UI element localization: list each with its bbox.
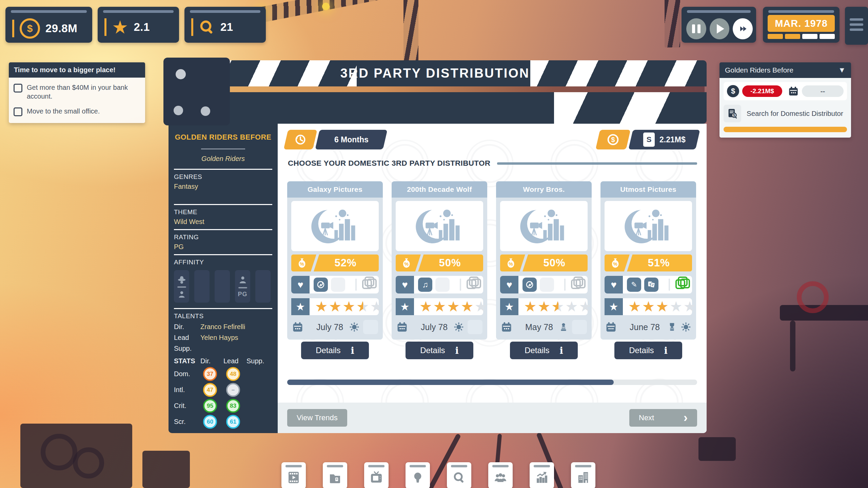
director-name[interactable]: Zranco Fefirelli <box>200 323 245 331</box>
task-checkbox[interactable] <box>14 107 22 116</box>
release-row: May 78 <box>500 319 588 335</box>
affinity-slot-empty[interactable] <box>194 270 210 303</box>
distributor-logo <box>500 201 588 251</box>
current-date[interactable]: MAR. 1978 <box>768 15 835 32</box>
globe-trait-icon <box>522 278 537 292</box>
affinity-slot-empty[interactable] <box>255 270 271 303</box>
affinity-slot-western[interactable] <box>174 270 189 303</box>
dollar-icon: $ <box>727 85 739 97</box>
release-row: July 78 <box>396 319 483 335</box>
person-icon <box>177 290 186 299</box>
menu-button[interactable] <box>845 7 868 45</box>
talents-button[interactable] <box>488 462 513 488</box>
choose-distributor-heading: CHOOSE YOUR DOMESTIC 3RD PARTY DISTRIBUT… <box>288 159 490 168</box>
info-icon: i <box>455 345 459 356</box>
info-icon: i <box>351 345 354 356</box>
details-button[interactable]: Detailsi <box>301 342 369 359</box>
distributor-name: Galaxy Pictures <box>287 181 383 198</box>
affinity-label: AFFINITY <box>174 259 272 266</box>
view-trends-button[interactable]: View Trends <box>287 409 347 427</box>
affinity-slot-empty[interactable] <box>215 270 230 303</box>
stat-value: 47 <box>203 383 217 397</box>
traits-row: ♥ ♫ <box>396 276 483 293</box>
tv-button[interactable] <box>364 462 389 488</box>
chevron-right-icon: › <box>684 414 688 421</box>
distributor-card[interactable]: 200th Decade Wolf 50% ♥ ♫ <box>392 181 487 359</box>
scrollbar-thumb[interactable] <box>287 380 614 385</box>
stats-col-supp: Supp. <box>246 357 268 365</box>
genres-value: Fantasy <box>174 183 272 190</box>
film-icon <box>287 471 300 484</box>
person-icon <box>238 275 248 285</box>
favorite-icon[interactable]: ♥ <box>396 276 414 293</box>
details-button[interactable]: Detailsi <box>406 342 473 359</box>
search-button[interactable] <box>447 462 471 488</box>
traits-row: ♥ ✎ <box>605 276 692 293</box>
movies-button[interactable] <box>281 462 306 488</box>
distributor-card[interactable]: Galaxy Pictures 52% ♥ <box>287 181 383 359</box>
calendar-icon <box>396 321 408 333</box>
release-row: July 78 <box>291 319 379 335</box>
quest-task: Get more than $40M in your bank account. <box>14 83 140 101</box>
pause-icon <box>692 24 701 33</box>
quest-title: Time to move to a bigger place! <box>9 62 145 78</box>
points-value: 21 <box>220 21 233 34</box>
empty-season-slot <box>363 320 378 334</box>
quill-trait-icon: ✎ <box>627 278 641 292</box>
duration-tag: 6 Months <box>286 130 385 149</box>
favorite-icon[interactable]: ♥ <box>500 276 518 293</box>
empty-season-slot <box>572 320 587 334</box>
trophy-icon <box>667 322 677 332</box>
supp-role-label: Supp. <box>174 345 200 352</box>
chevron-down-icon: ▼ <box>838 66 846 75</box>
fast-forward-icon <box>738 25 748 32</box>
distributor-card[interactable]: Worry Bros. 50% ♥ <box>496 181 592 359</box>
sun-icon <box>680 322 691 332</box>
pause-button[interactable] <box>686 18 706 39</box>
details-button[interactable]: Detailsi <box>614 342 682 359</box>
fast-forward-button[interactable] <box>733 18 753 39</box>
play-button[interactable] <box>710 18 730 39</box>
clapper-stripes <box>554 92 700 124</box>
stat-row-critics: Crit. 95 83 <box>174 399 272 413</box>
calendar-icon <box>605 321 617 333</box>
cards-scrollbar[interactable] <box>287 380 697 385</box>
studio-button[interactable] <box>571 462 595 488</box>
release-row: June 78 <box>605 319 692 335</box>
ideas-button[interactable] <box>406 462 430 488</box>
affinity-slot-rating[interactable]: PG <box>235 270 250 303</box>
stats-button[interactable] <box>530 462 554 488</box>
background-crates <box>142 451 190 488</box>
lead-name[interactable]: Yelen Hayps <box>200 334 238 342</box>
empty-trait-slot <box>540 278 554 292</box>
money-bag-icon <box>400 257 412 269</box>
quest-task: Move to the small office. <box>14 107 140 116</box>
details-button[interactable]: Detailsi <box>510 342 578 359</box>
favorite-icon[interactable]: ♥ <box>605 276 623 293</box>
projects-button[interactable] <box>323 462 347 488</box>
tracker-header[interactable]: Golden Riders Before ▼ <box>719 62 851 78</box>
info-icon: i <box>560 345 563 356</box>
duration-value: 6 Months <box>334 135 369 144</box>
people-icon <box>494 471 507 484</box>
distributor-logo <box>605 201 692 251</box>
favorite-icon[interactable]: ♥ <box>291 276 310 293</box>
lightbulb-icon <box>411 471 424 484</box>
heading-rule <box>497 162 697 165</box>
stats-col-dir: Dir. <box>200 357 223 365</box>
next-button[interactable]: Next› <box>629 409 697 427</box>
tv-icon <box>370 471 383 484</box>
distributor-name: Utmost Pictures <box>600 181 696 198</box>
clapper-bottom-board <box>163 92 707 124</box>
star-badge-icon: ★ <box>291 298 310 315</box>
calendar-icon <box>788 86 799 97</box>
stat-row-international: Intl. 47 – <box>174 383 272 397</box>
distributor-card[interactable]: Utmost Pictures 51% ♥ ✎ <box>600 181 696 359</box>
points-ticket: 21 <box>184 7 266 43</box>
distributor-logo <box>396 201 483 251</box>
task-checkbox[interactable] <box>14 84 22 93</box>
rating-row: ★ ★★★★★★★★★★ <box>396 298 483 315</box>
revenue-share-row: 52% <box>291 255 379 271</box>
cowboy-hat-icon <box>177 274 187 284</box>
star-icon: ★ <box>112 18 128 36</box>
